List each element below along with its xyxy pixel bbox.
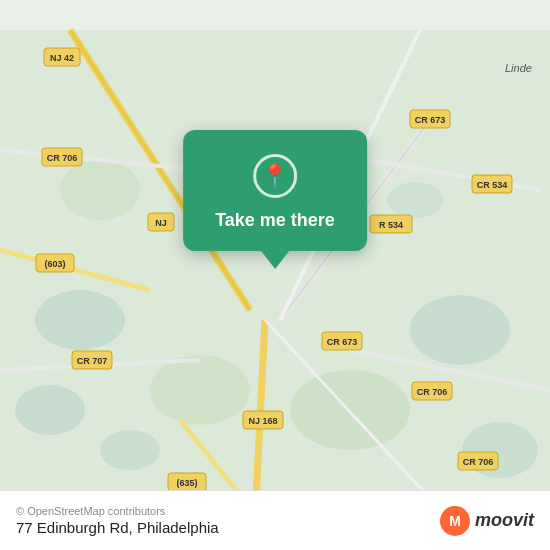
address-info: © OpenStreetMap contributors 77 Edinburg… — [16, 505, 219, 536]
svg-text:CR 707: CR 707 — [77, 356, 108, 366]
svg-point-9 — [60, 160, 140, 220]
location-icon-circle: 📍 — [253, 154, 297, 198]
svg-text:CR 673: CR 673 — [415, 115, 446, 125]
svg-text:NJ 42: NJ 42 — [50, 53, 74, 63]
address-text: 77 Edinburgh Rd, Philadelphia — [16, 519, 219, 536]
moovit-icon: M — [439, 505, 471, 537]
svg-point-5 — [100, 430, 160, 470]
svg-point-3 — [410, 295, 510, 365]
svg-text:R 534: R 534 — [379, 220, 403, 230]
location-pin-icon: 📍 — [261, 165, 288, 187]
svg-point-8 — [150, 355, 250, 425]
copyright-text: © OpenStreetMap contributors — [16, 505, 219, 517]
map-container: NJ R 534 NJ 42 CR 706 CR 673 CR 534 (603… — [0, 0, 550, 550]
svg-point-1 — [35, 290, 125, 350]
svg-text:Linde: Linde — [505, 62, 532, 74]
svg-text:CR 534: CR 534 — [477, 180, 508, 190]
map-background: NJ R 534 NJ 42 CR 706 CR 673 CR 534 (603… — [0, 0, 550, 550]
moovit-logo: M moovit — [439, 505, 534, 537]
svg-text:(603): (603) — [44, 259, 65, 269]
moovit-label: moovit — [475, 510, 534, 531]
svg-text:CR 673: CR 673 — [327, 337, 358, 347]
svg-text:CR 706: CR 706 — [47, 153, 78, 163]
svg-text:NJ: NJ — [155, 218, 167, 228]
take-me-there-button[interactable]: Take me there — [215, 210, 335, 231]
bottom-info-bar: © OpenStreetMap contributors 77 Edinburg… — [0, 490, 550, 550]
svg-text:M: M — [449, 513, 461, 529]
svg-point-2 — [15, 385, 85, 435]
svg-text:CR 706: CR 706 — [417, 387, 448, 397]
svg-text:NJ 168: NJ 168 — [248, 416, 277, 426]
svg-point-6 — [387, 182, 443, 218]
location-popup[interactable]: 📍 Take me there — [183, 130, 367, 251]
svg-text:CR 706: CR 706 — [463, 457, 494, 467]
svg-text:(635): (635) — [176, 478, 197, 488]
